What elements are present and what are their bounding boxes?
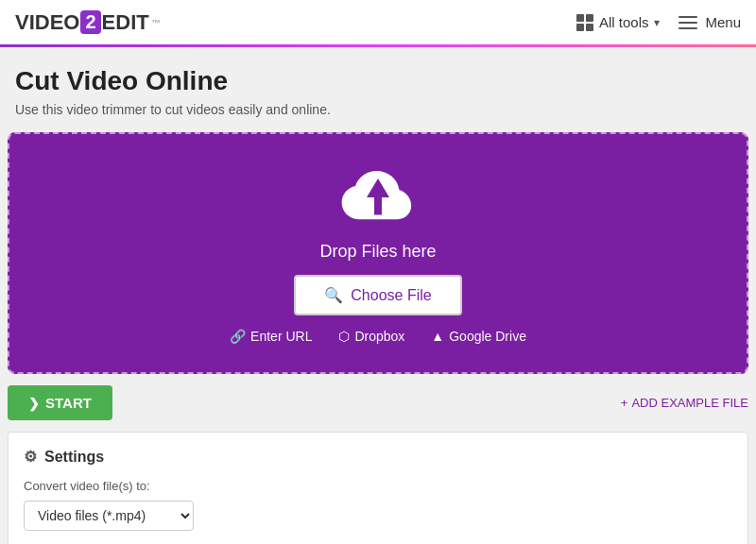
upload-cloud-icon xyxy=(340,162,416,229)
hamburger-icon xyxy=(679,16,697,29)
start-label: START xyxy=(45,395,92,411)
drop-text: Drop Files here xyxy=(319,242,436,262)
grid-icon xyxy=(576,14,593,31)
chevron-right-icon: ❯ xyxy=(28,396,40,411)
choose-file-button[interactable]: 🔍 Choose File xyxy=(294,275,461,315)
dropbox-link[interactable]: ⬡ Dropbox xyxy=(338,329,404,344)
page-subtitle: Use this video trimmer to cut videos eas… xyxy=(0,102,756,117)
settings-title: ⚙ Settings xyxy=(24,448,732,466)
format-select[interactable]: Video files (*.mp4) Video files (*.avi) … xyxy=(24,501,194,531)
convert-label: Convert video file(s) to: xyxy=(24,479,732,493)
menu-label: Menu xyxy=(705,14,741,30)
gear-icon: ⚙ xyxy=(24,448,37,466)
logo-prefix: VIDEO xyxy=(15,10,79,35)
enter-url-link[interactable]: 🔗 Enter URL xyxy=(230,329,312,344)
start-button[interactable]: ❯ START xyxy=(8,385,112,420)
choose-file-label: Choose File xyxy=(351,287,431,304)
all-tools-label: All tools xyxy=(599,14,649,30)
google-drive-link[interactable]: ▲ Google Drive xyxy=(431,329,526,344)
chevron-down-icon: ▾ xyxy=(654,16,660,29)
logo-suffix: EDIT xyxy=(102,10,149,35)
logo-number: 2 xyxy=(80,10,100,34)
header: VIDEO 2 EDIT ™ All tools ▾ Menu xyxy=(0,0,756,47)
dropbox-icon: ⬡ xyxy=(338,329,350,344)
settings-title-text: Settings xyxy=(44,449,104,466)
page-title: Cut Video Online xyxy=(0,66,756,96)
link-icon: 🔗 xyxy=(230,329,246,344)
action-bar: ❯ START + ADD EXAMPLE FILE xyxy=(0,374,756,432)
drop-zone-wrapper: Drop Files here 🔍 Choose File 🔗 Enter UR… xyxy=(0,132,756,374)
logo-trademark: ™ xyxy=(151,18,161,28)
search-icon: 🔍 xyxy=(324,286,343,304)
logo: VIDEO 2 EDIT ™ xyxy=(15,10,161,35)
header-right: All tools ▾ Menu xyxy=(576,14,741,31)
google-drive-icon: ▲ xyxy=(431,329,444,344)
drop-zone[interactable]: Drop Files here 🔍 Choose File 🔗 Enter UR… xyxy=(8,132,748,374)
page-content: Cut Video Online Use this video trimmer … xyxy=(0,47,756,544)
add-example-label: ADD EXAMPLE FILE xyxy=(631,396,748,410)
settings-panel: ⚙ Settings Convert video file(s) to: Vid… xyxy=(8,432,748,544)
enter-url-label: Enter URL xyxy=(250,329,312,344)
dropbox-label: Dropbox xyxy=(354,329,404,344)
drop-links: 🔗 Enter URL ⬡ Dropbox ▲ Google Drive xyxy=(230,329,526,344)
google-drive-label: Google Drive xyxy=(449,329,526,344)
menu-button[interactable]: Menu xyxy=(679,14,741,30)
add-example-button[interactable]: + ADD EXAMPLE FILE xyxy=(621,396,748,410)
all-tools-button[interactable]: All tools ▾ xyxy=(576,14,661,31)
plus-icon: + xyxy=(621,396,628,410)
